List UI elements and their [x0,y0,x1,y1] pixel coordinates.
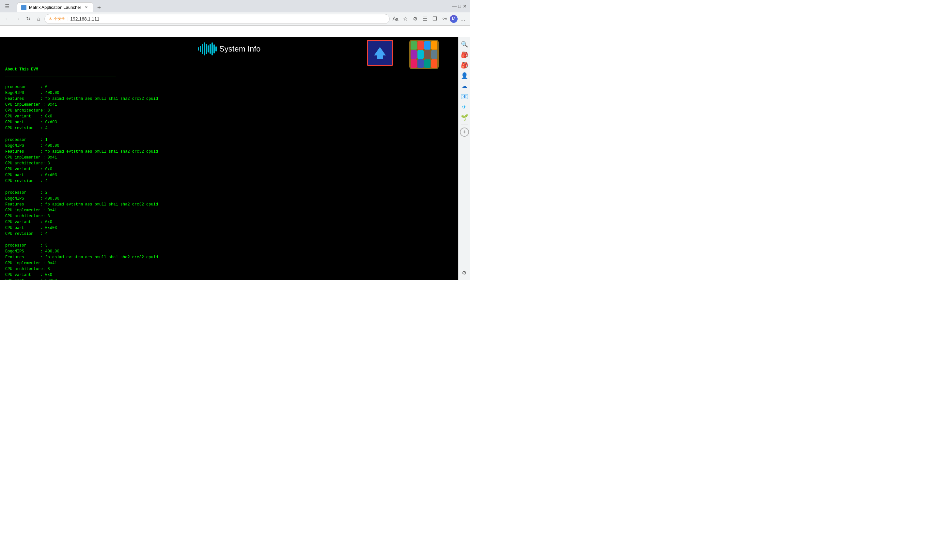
proc0-processor: processor : 0 [5,84,453,90]
app-icon-5[interactable] [411,50,417,59]
tab-favicon [21,5,26,10]
proc3-features: Features : fp asimd evtstrm aes pmull sh… [5,254,453,260]
blank-line-3 [5,184,453,190]
browser-sidebar: 🔍 🎒 🎒 👤 ☁ 📧 ✈ 🌱 + ⚙ [458,37,470,280]
proc2-bogomips: BogoMIPS : 400.00 [5,196,453,202]
blank-line-2 [5,131,453,137]
proc3-processor: processor : 3 [5,243,453,249]
person-icon[interactable]: 👤 [460,71,469,80]
more-options-button[interactable]: … [458,14,467,23]
proc3-bogomips: BogoMIPS : 400.00 [5,249,453,254]
proc0-architecture: CPU architecture: 8 [5,108,453,114]
maximize-button[interactable]: □ [457,4,462,9]
proc0-implementer: CPU implementer : 0x41 [5,102,453,108]
tabs-bar: Matrix Application Launcher ✕ + [14,0,106,12]
proc1-bogomips: BogoMIPS : 400.00 [5,143,453,149]
proc3-part: CPU part : 0xd03 [5,278,453,280]
proc0-bogomips: BogoMIPS : 400.00 [5,90,453,96]
blank-line-1 [5,78,453,84]
app-icon-9[interactable] [411,59,417,68]
main-content: System Info ____ [0,37,458,280]
separator: | [66,17,68,21]
proc1-processor: processor : 1 [5,137,453,143]
app-icon-6[interactable] [418,50,424,59]
blank-line-4 [5,237,453,243]
collections-button[interactable]: ❐ [430,14,439,23]
home-button[interactable]: ⌂ [34,14,43,23]
settings-button[interactable]: ⚙ [411,14,420,23]
app-icon-4[interactable] [431,41,438,49]
proc1-variant: CPU variant : 0x0 [5,166,453,172]
system-info-header: System Info [0,37,458,58]
app-icon-2[interactable] [418,41,424,49]
settings-icon[interactable]: ⚙ [459,268,469,277]
browser-chrome: ☰ Matrix Application Launcher ✕ + — □ ✕ … [0,0,470,26]
close-button[interactable]: ✕ [462,4,467,9]
upload-button[interactable] [367,40,393,66]
proc3-architecture: CPU architecture: 8 [5,266,453,272]
translate-button[interactable]: A𝐚 [391,14,400,23]
upload-btn-container [367,40,393,66]
address-input-wrap[interactable]: ⚠ 不安全 | 192.168.1.111 [45,14,390,24]
proc0-features: Features : fp asimd evtstrm aes pmull sh… [5,96,453,102]
app-icon-8[interactable] [431,50,438,59]
tab-title: Matrix Application Launcher [29,5,81,10]
toolbar-right: A𝐚 ☆ ⚙ ☰ ❐ ⚯ M … [391,14,467,23]
app-grid[interactable] [409,40,439,69]
outlook-icon[interactable]: 📧 [460,92,469,101]
window-controls: ☰ [3,2,12,11]
cloud-icon[interactable]: ☁ [460,82,469,91]
tab-close-button[interactable]: ✕ [84,5,89,10]
add-sidebar-item-button[interactable]: + [460,128,469,137]
proc2-architecture: CPU architecture: 8 [5,213,453,219]
address-text[interactable]: 192.168.1.111 [70,16,100,22]
proc0-revision: CPU revision : 4 [5,125,453,131]
header-icon [198,42,217,55]
upload-arrow-head [374,47,386,55]
reading-list-button[interactable]: ☰ [421,14,430,23]
terminal-content: ________________________________________… [0,58,458,280]
new-tab-button[interactable]: + [95,3,104,12]
plant-icon[interactable]: 🌱 [460,113,469,122]
bookmark-icon[interactable]: 🎒 [460,50,469,59]
minimize-button[interactable]: — [452,4,457,9]
address-bar: ← → ↻ ⌂ ⚠ 不安全 | 192.168.1.111 A𝐚 ☆ ⚙ ☰ ❐… [0,12,470,25]
bag-icon[interactable]: 🎒 [460,61,469,70]
upload-arrow-body [377,55,383,59]
app-icon-7[interactable] [424,50,430,59]
proc2-implementer: CPU implementer : 0x41 [5,208,453,213]
proc1-features: Features : fp asimd evtstrm aes pmull sh… [5,149,453,155]
extensions-button[interactable]: ⚯ [440,14,449,23]
sidebar-toggle-button[interactable]: ☰ [3,2,12,11]
app-icon-3[interactable] [424,41,430,49]
refresh-button[interactable]: ↻ [23,14,32,23]
proc1-architecture: CPU architecture: 8 [5,160,453,166]
favorites-button[interactable]: ☆ [401,14,410,23]
proc1-implementer: CPU implementer : 0x41 [5,155,453,160]
profile-avatar[interactable]: M [450,15,458,23]
app-icon-10[interactable] [418,59,424,68]
active-tab[interactable]: Matrix Application Launcher ✕ [17,2,93,12]
proc2-part: CPU part : 0xd03 [5,225,453,231]
app-icon-1[interactable] [411,41,417,49]
separator-line-2: ________________________________________… [5,72,453,78]
security-label: 不安全 [54,16,65,22]
zoom-icon[interactable]: 🔍 [460,40,469,49]
send-icon[interactable]: ✈ [460,102,469,112]
security-warning: ⚠ 不安全 | [49,16,68,22]
proc3-variant: CPU variant : 0x0 [5,272,453,278]
proc0-part: CPU part : 0xd03 [5,119,453,125]
app-icon-11[interactable] [424,59,430,68]
sidebar-divider [461,125,468,125]
sound-wave-icon [198,42,217,55]
proc3-implementer: CPU implementer : 0x41 [5,260,453,266]
proc2-features: Features : fp asimd evtstrm aes pmull sh… [5,202,453,208]
app-icon-12[interactable] [431,59,438,68]
proc1-part: CPU part : 0xd03 [5,172,453,178]
back-button[interactable]: ← [3,14,12,23]
proc2-processor: processor : 2 [5,190,453,196]
proc2-revision: CPU revision : 4 [5,231,453,237]
title-bar: ☰ Matrix Application Launcher ✕ + — □ ✕ [0,0,470,12]
forward-button[interactable]: → [13,14,22,23]
proc1-revision: CPU revision : 4 [5,178,453,184]
